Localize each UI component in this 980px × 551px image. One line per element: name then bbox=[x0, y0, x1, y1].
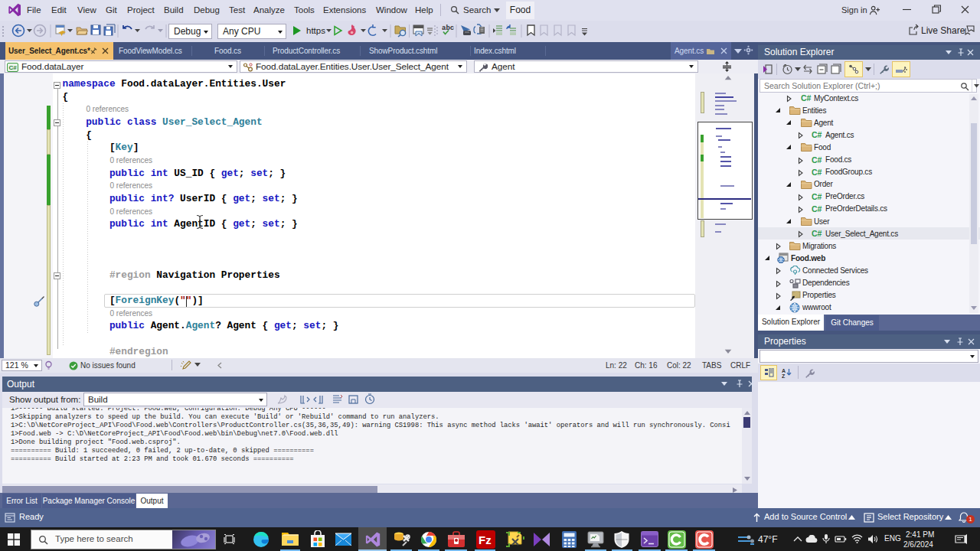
svg-text:Z: Z bbox=[782, 373, 786, 379]
svg-text:C#: C# bbox=[801, 93, 811, 103]
svg-text:C#: C# bbox=[8, 64, 17, 71]
svg-text:C#: C# bbox=[812, 192, 822, 201]
svg-text:C#: C# bbox=[812, 168, 822, 177]
svg-text:Fz: Fz bbox=[479, 533, 492, 546]
svg-text:A: A bbox=[782, 368, 786, 373]
svg-text:C#: C# bbox=[812, 130, 822, 139]
svg-text:C#: C# bbox=[812, 229, 822, 238]
svg-text:C#: C# bbox=[812, 204, 822, 214]
svg-text:C#: C# bbox=[812, 155, 822, 165]
